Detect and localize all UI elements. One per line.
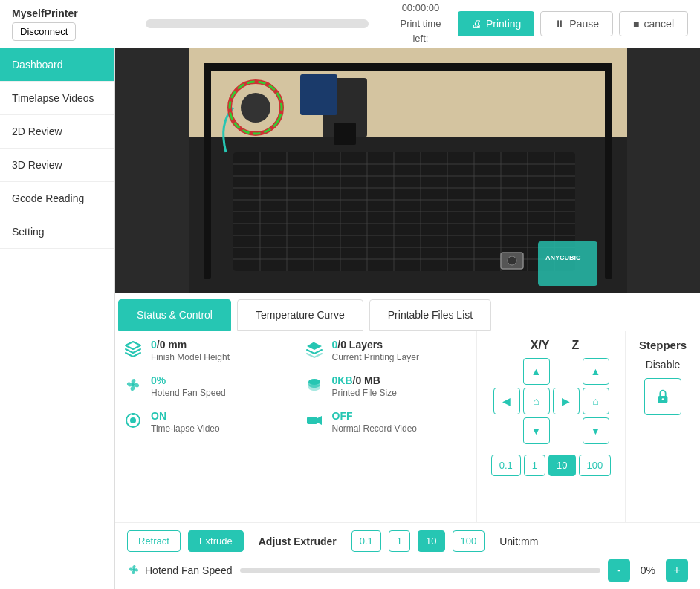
ext-step-100-button[interactable]: 100 bbox=[453, 530, 485, 552]
timelapse-row: ON Time-lapse Video bbox=[123, 410, 288, 434]
tabs-bar: Status & Control Temperature Curve Print… bbox=[115, 293, 700, 331]
fan-speed-label: Hotend Fan Speed bbox=[127, 563, 233, 579]
z-down-button[interactable]: ▼ bbox=[583, 417, 609, 444]
unit-label: Unit:mm bbox=[499, 536, 538, 547]
file-size-value: 0KB/0 MB bbox=[332, 374, 397, 386]
layers-text: 0/0 Layers Current Printing Layer bbox=[332, 339, 419, 362]
bottom-controls: Retract Extrude Adjust Extruder 0.1 1 10… bbox=[115, 522, 700, 589]
disconnect-button[interactable]: Disconnect bbox=[12, 22, 76, 41]
svg-rect-4 bbox=[204, 63, 612, 71]
cube-icon bbox=[123, 340, 143, 362]
print-time-left-label: Print time left: bbox=[400, 18, 441, 45]
svg-rect-2 bbox=[204, 63, 211, 279]
fan-speed-icon bbox=[127, 563, 140, 579]
fan-plus-button[interactable]: + bbox=[666, 559, 688, 582]
fan-slider[interactable] bbox=[240, 568, 600, 573]
xy-up-button[interactable]: ▲ bbox=[523, 358, 550, 385]
svg-rect-42 bbox=[307, 417, 317, 424]
z-up-button[interactable]: ▲ bbox=[583, 358, 609, 385]
step-1-button[interactable]: 1 bbox=[524, 455, 545, 476]
sidebar-gcode-label: Gcode Reading bbox=[12, 192, 84, 204]
ext-step-0-1-button[interactable]: 0.1 bbox=[351, 530, 381, 552]
fan-row: Hotend Fan Speed - 0% + bbox=[127, 559, 688, 582]
model-height-text: 0/0 mm Finish Model Height bbox=[151, 339, 230, 362]
xy-right-button[interactable]: ▶ bbox=[553, 388, 580, 414]
sidebar-dashboard-label: Dashboard bbox=[12, 59, 63, 71]
printer-name: MyselfPrinter bbox=[12, 7, 78, 19]
xy-home-button[interactable]: ⌂ bbox=[523, 388, 550, 414]
step-10-button[interactable]: 10 bbox=[548, 455, 575, 476]
fan-icon bbox=[123, 376, 143, 398]
lock-button[interactable] bbox=[644, 378, 681, 415]
printing-label: Printing bbox=[486, 18, 521, 30]
timelapse-text: ON Time-lapse Video bbox=[151, 410, 220, 434]
status-panel: 0/0 mm Finish Model Height bbox=[115, 331, 700, 522]
pause-button[interactable]: ⏸ Pause bbox=[540, 11, 613, 36]
fan-percent: 0% bbox=[641, 564, 655, 576]
record-value: OFF bbox=[332, 410, 418, 422]
fan-speed-row: 0% Hotend Fan Speed bbox=[123, 374, 288, 398]
sidebar-item-timelapse[interactable]: Timelapse Videos bbox=[0, 82, 114, 115]
cancel-button[interactable]: ■ cancel bbox=[619, 11, 688, 36]
sidebar-item-2d-review[interactable]: 2D Review bbox=[0, 115, 114, 149]
step-100-button[interactable]: 100 bbox=[579, 455, 612, 476]
step-0-1-button[interactable]: 0.1 bbox=[491, 455, 521, 476]
xyz-control: X/Y Z ▲ ▲ ◀ ⌂ ▶ ⌂ ▼ bbox=[477, 331, 626, 522]
stop-icon: ■ bbox=[633, 18, 639, 30]
retract-button[interactable]: Retract bbox=[127, 530, 181, 552]
step-buttons: 0.1 1 10 100 bbox=[491, 455, 611, 476]
timelapse-value: ON bbox=[151, 410, 220, 422]
tab-printable-files[interactable]: Printable Files List bbox=[369, 299, 491, 331]
fan-minus-button[interactable]: - bbox=[608, 559, 630, 582]
sidebar-3d-label: 3D Review bbox=[12, 159, 62, 171]
sidebar-setting-label: Setting bbox=[12, 226, 45, 238]
timelapse-icon bbox=[123, 411, 143, 434]
sidebar: Dashboard Timelapse Videos 2D Review 3D … bbox=[0, 48, 115, 589]
fan-label-text: Hotend Fan Speed bbox=[145, 564, 233, 576]
sidebar-timelapse-label: Timelapse Videos bbox=[12, 92, 94, 104]
ext-step-1-button[interactable]: 1 bbox=[389, 530, 410, 552]
layers-icon bbox=[304, 340, 325, 362]
xy-label: X/Y bbox=[531, 339, 550, 352]
record-icon bbox=[304, 411, 325, 434]
z-home-button[interactable]: ⌂ bbox=[583, 388, 609, 414]
extrude-button[interactable]: Extrude bbox=[188, 530, 244, 552]
model-height-row: 0/0 mm Finish Model Height bbox=[123, 339, 288, 362]
model-height-label: Finish Model Height bbox=[151, 352, 230, 362]
file-size-icon bbox=[304, 376, 325, 398]
svg-point-46 bbox=[133, 568, 135, 570]
svg-point-39 bbox=[130, 417, 136, 423]
timelapse-label: Time-lapse Video bbox=[151, 423, 220, 434]
ext-step-10-button[interactable]: 10 bbox=[418, 530, 444, 552]
tab-status-control[interactable]: Status & Control bbox=[118, 299, 231, 331]
print-time-line: Print time: 00:00:00 bbox=[398, 0, 443, 16]
cancel-label: cancel bbox=[644, 18, 674, 30]
svg-point-31 bbox=[241, 93, 270, 123]
progress-bar-background bbox=[146, 19, 369, 28]
tab-temp-label: Temperature Curve bbox=[256, 309, 345, 321]
z-label: Z bbox=[572, 339, 580, 352]
tab-temperature-curve[interactable]: Temperature Curve bbox=[237, 299, 363, 331]
file-size-row: 0KB/0 MB Printed File Size bbox=[304, 374, 470, 398]
pause-icon: ⏸ bbox=[554, 18, 565, 30]
svg-rect-3 bbox=[605, 63, 612, 279]
svg-rect-29 bbox=[300, 74, 337, 115]
svg-text:ANYCUBIC: ANYCUBIC bbox=[545, 254, 581, 261]
sidebar-2d-label: 2D Review bbox=[12, 126, 62, 137]
file-size-text: 0KB/0 MB Printed File Size bbox=[332, 374, 397, 398]
svg-rect-33 bbox=[538, 241, 597, 286]
svg-point-36 bbox=[508, 256, 516, 265]
sidebar-item-gcode[interactable]: Gcode Reading bbox=[0, 182, 114, 215]
content-area: ANYCUBIC Status & Control Temperature Cu… bbox=[115, 48, 700, 589]
sidebar-item-dashboard[interactable]: Dashboard bbox=[0, 48, 114, 82]
main-layout: Dashboard Timelapse Videos 2D Review 3D … bbox=[0, 48, 700, 589]
svg-rect-28 bbox=[334, 123, 356, 145]
printing-button[interactable]: 🖨 Printing bbox=[458, 11, 534, 36]
xy-left-button[interactable]: ◀ bbox=[493, 388, 520, 414]
extruder-row: Retract Extrude Adjust Extruder 0.1 1 10… bbox=[127, 530, 688, 552]
sidebar-item-3d-review[interactable]: 3D Review bbox=[0, 149, 114, 182]
xy-down-button[interactable]: ▼ bbox=[523, 417, 550, 444]
fan-speed-label: Hotend Fan Speed bbox=[151, 388, 226, 398]
header-buttons: 🖨 Printing ⏸ Pause ■ cancel bbox=[458, 11, 688, 36]
sidebar-item-setting[interactable]: Setting bbox=[0, 215, 114, 249]
